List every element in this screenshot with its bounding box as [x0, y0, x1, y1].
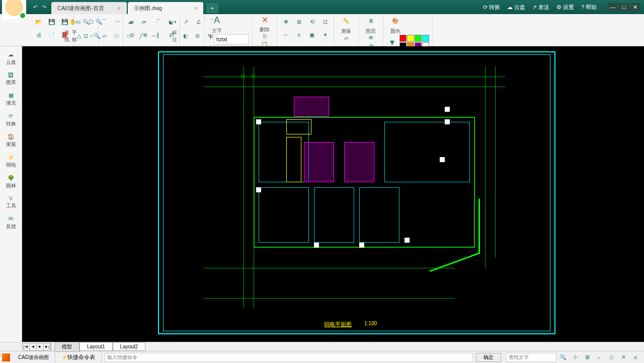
- confirm-button[interactable]: 确定: [476, 353, 501, 362]
- sidebar-item-feedback[interactable]: ✉反馈: [0, 212, 22, 233]
- dim-angle-icon[interactable]: ∠: [193, 16, 204, 27]
- copy-icon[interactable]: ⎘: [259, 33, 270, 39]
- export-icon[interactable]: 📄: [46, 29, 57, 40]
- sidebar-item-fill[interactable]: ▦填充: [0, 89, 22, 110]
- sidebar-item-gallery[interactable]: 🖼图库: [0, 69, 22, 89]
- color-swatch[interactable]: [422, 35, 429, 42]
- sidebar-item-home[interactable]: 🏠家装: [0, 130, 22, 151]
- block-icon[interactable]: ▣: [306, 29, 317, 40]
- extend-icon[interactable]: ↔: [139, 16, 150, 27]
- send-button[interactable]: ↗ 发送: [532, 4, 549, 11]
- trim-icon[interactable]: ✂: [126, 16, 137, 27]
- help-button[interactable]: ? 帮助: [581, 4, 597, 11]
- close-button[interactable]: ✕: [630, 3, 640, 11]
- delete-icon[interactable]: ✕: [262, 15, 268, 25]
- layer-icon[interactable]: ≣: [365, 15, 376, 26]
- lwt-icon[interactable]: ≡: [630, 352, 641, 362]
- ellipse-icon[interactable]: ⬭: [111, 30, 122, 41]
- spline-icon[interactable]: 〰: [112, 16, 123, 27]
- app-name: CAD迷你画图: [12, 351, 55, 363]
- align-icon[interactable]: ≡: [293, 29, 304, 40]
- area-icon[interactable]: ▱: [341, 35, 352, 41]
- settings-button[interactable]: ⚙ 设置: [556, 4, 574, 11]
- drawing-title: 弱电平面图: [324, 321, 352, 328]
- measure-label: 测量: [341, 28, 351, 35]
- open-icon[interactable]: 📂: [33, 16, 44, 27]
- text-label: 文字: [212, 27, 222, 34]
- undo-button[interactable]: ↶: [33, 4, 38, 11]
- array-icon[interactable]: ⊡: [319, 16, 331, 27]
- minimize-button[interactable]: —: [608, 3, 618, 11]
- tab-label: CAD迷你画图-首页: [57, 5, 104, 12]
- layout-tab-model[interactable]: 模型: [54, 342, 79, 352]
- rotate-icon[interactable]: ⟲: [306, 16, 317, 27]
- drawing-canvas[interactable]: 弱电平面图 1:100: [22, 46, 644, 342]
- dim-radius-icon[interactable]: ◐: [181, 30, 191, 41]
- measure-icon[interactable]: 📏: [341, 15, 352, 26]
- layout-prev-icon[interactable]: ◄: [30, 343, 37, 350]
- layout-tab-1[interactable]: Layout1: [79, 342, 113, 351]
- polygon-icon[interactable]: ⬡: [86, 16, 97, 27]
- color-swatch[interactable]: [415, 35, 422, 42]
- redo-button[interactable]: ↷: [42, 4, 46, 11]
- explode-icon[interactable]: ✦: [319, 29, 331, 40]
- drawing-scale: 1:100: [364, 321, 377, 326]
- move-icon[interactable]: ✥: [280, 16, 291, 27]
- shortcut-table-button[interactable]: ⚡快捷命令表: [55, 351, 102, 363]
- color-swatch[interactable]: [407, 35, 414, 42]
- layout-first-icon[interactable]: |◄: [23, 343, 30, 350]
- tab-home[interactable]: CAD迷你画图-首页 ×: [51, 2, 127, 14]
- sidebar-item-cloud[interactable]: ☁云盘: [0, 48, 22, 69]
- sidebar-item-garden[interactable]: 🌳园林: [0, 172, 22, 192]
- convert-button[interactable]: ⟳ 转换: [483, 4, 500, 11]
- triangle-icon[interactable]: △: [74, 30, 85, 41]
- dim-diam-icon[interactable]: ⊘: [193, 30, 202, 41]
- line-label: 直线: [62, 29, 72, 43]
- grid-icon[interactable]: ⊞: [582, 352, 593, 362]
- save-icon[interactable]: 💾: [46, 16, 57, 27]
- parallel-icon[interactable]: ▱: [99, 30, 109, 41]
- cloud-button[interactable]: ☁ 云盘: [507, 4, 525, 11]
- rect-icon[interactable]: ▭: [72, 16, 84, 27]
- color-label: 颜色: [390, 28, 400, 35]
- user-avatar[interactable]: [2, 0, 26, 19]
- arc-icon[interactable]: ⌒: [99, 16, 110, 27]
- polyline-icon[interactable]: ⌐: [59, 16, 70, 27]
- close-icon[interactable]: ×: [118, 5, 121, 11]
- sidebar-item-elec[interactable]: ⚡弱电: [0, 151, 22, 172]
- layout-next-icon[interactable]: ►: [37, 343, 44, 350]
- close-icon[interactable]: ×: [194, 5, 197, 11]
- layer-label: 图层: [366, 28, 376, 35]
- annotate-label: 标注: [170, 29, 179, 43]
- color-icon[interactable]: 🎨: [390, 15, 401, 26]
- scale-icon[interactable]: ⊞: [293, 16, 304, 27]
- delete-label: 删除: [260, 26, 270, 33]
- circle-icon[interactable]: ○: [87, 30, 97, 41]
- sidebar-item-convert[interactable]: ⟳转换: [0, 110, 22, 130]
- stretch-icon[interactable]: ↔: [280, 29, 291, 40]
- dim-align-icon[interactable]: ↗: [180, 16, 191, 27]
- print-icon[interactable]: 🖨: [33, 29, 44, 40]
- tab-add-button[interactable]: +: [206, 3, 218, 13]
- dim-linear-icon[interactable]: ⟷: [167, 16, 178, 27]
- ortho-icon[interactable]: ⌐: [594, 352, 605, 362]
- layout-last-icon[interactable]: ►|: [44, 343, 51, 350]
- font-name-select[interactable]: [214, 34, 249, 44]
- snap-icon[interactable]: ⊹: [570, 352, 581, 362]
- maximize-button[interactable]: □: [619, 3, 629, 11]
- fillet-icon[interactable]: ⌒: [152, 16, 164, 27]
- search-input[interactable]: [506, 353, 556, 362]
- command-input[interactable]: [105, 353, 473, 362]
- offset-icon[interactable]: ‖: [152, 29, 164, 40]
- break-icon[interactable]: ⊘: [126, 29, 137, 40]
- sidebar-item-tools[interactable]: V工具: [0, 192, 22, 212]
- join-icon[interactable]: ⊕: [139, 29, 150, 40]
- layout-tab-2[interactable]: Layout2: [113, 342, 146, 351]
- polar-icon[interactable]: ✕: [618, 352, 629, 362]
- color-swatch[interactable]: [399, 35, 407, 42]
- layer-on-icon[interactable]: 👁: [365, 35, 376, 41]
- tab-file[interactable]: 示例图.dwg ×: [128, 2, 203, 14]
- search-icon[interactable]: 🔍: [557, 352, 569, 362]
- osnap-icon[interactable]: ◇: [606, 352, 617, 362]
- text-icon[interactable]: A: [214, 15, 220, 26]
